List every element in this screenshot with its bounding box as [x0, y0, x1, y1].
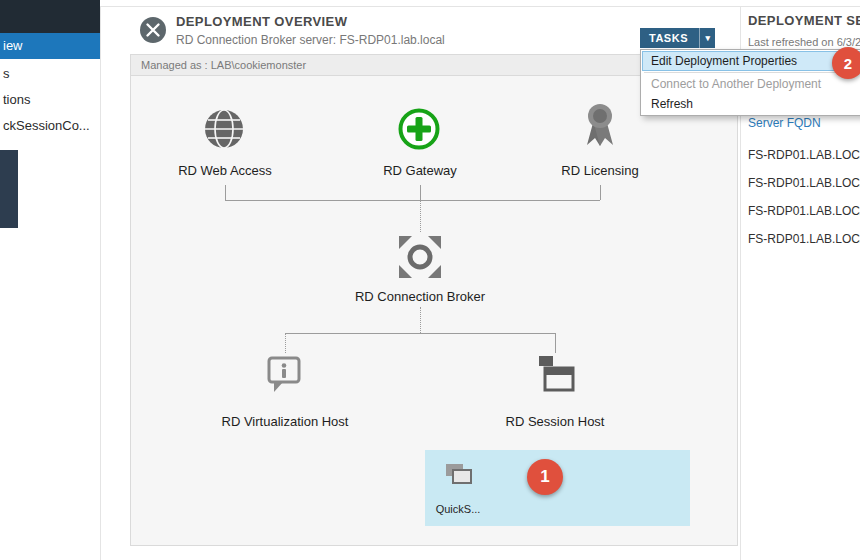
connector-line [225, 200, 600, 201]
rd-session-host-icon[interactable] [532, 351, 578, 397]
rd-web-access-label: RD Web Access [150, 163, 300, 178]
rd-licensing-label: RD Licensing [525, 163, 675, 178]
rd-connection-broker-label: RD Connection Broker [320, 289, 520, 304]
server-row[interactable]: FS-RDP01.LAB.LOCAL [748, 176, 860, 190]
server-row[interactable]: FS-RDP01.LAB.LOCAL [748, 148, 860, 162]
connector-line [225, 185, 226, 200]
rd-licensing-icon[interactable] [578, 101, 622, 151]
deployment-servers-title: DEPLOYMENT SERVERS [748, 13, 860, 28]
menu-item-connect-to-another-deployment: Connect to Another Deployment [642, 74, 860, 94]
panel-left-divider [100, 6, 101, 560]
tasks-button[interactable]: TASKS ▾ [640, 28, 715, 48]
connector-line [555, 333, 556, 353]
menu-separator [644, 72, 860, 73]
menu-item-refresh[interactable]: Refresh [642, 94, 860, 114]
rd-connection-broker-icon[interactable] [395, 232, 445, 282]
rd-virtualization-host-icon[interactable] [263, 353, 305, 395]
server-row[interactable]: FS-RDP01.LAB.LOCAL [748, 232, 860, 246]
chevron-down-icon: ▾ [699, 28, 715, 48]
connector-line [285, 333, 555, 334]
connector-line [600, 185, 601, 200]
rd-virtualization-host-label: RD Virtualization Host [185, 414, 385, 429]
tasks-dropdown-menu: Edit Deployment Properties Connect to An… [640, 49, 860, 116]
sidebar-item-overview[interactable]: iew [0, 33, 100, 59]
rd-gateway-label: RD Gateway [345, 163, 495, 178]
sidebar-item-quicksessioncollection[interactable]: ckSessionCo... [0, 113, 100, 138]
menu-item-edit-deployment-properties[interactable]: Edit Deployment Properties [642, 51, 860, 71]
sidebar-item-collections[interactable]: tions [0, 87, 100, 112]
server-row[interactable]: FS-RDP01.LAB.LOCAL [748, 204, 860, 218]
rds-deployment-overview-window: iew s tions ckSessionCo... DEPLOYMENT OV… [0, 0, 860, 560]
nav-edge-strip [0, 150, 18, 228]
last-refreshed-text: Last refreshed on 6/3/2016 [748, 36, 860, 48]
connector-line [420, 185, 421, 200]
sidebar-item-servers[interactable]: s [0, 61, 100, 86]
tasks-button-label: TASKS [640, 32, 699, 44]
annotation-badge-2: 2 [832, 47, 860, 79]
annotation-badge-1: 1 [527, 459, 563, 495]
rd-session-host-label: RD Session Host [475, 414, 635, 429]
connector-line-dotted [420, 200, 421, 232]
connector-line-dotted [420, 307, 421, 333]
page-title: DEPLOYMENT OVERVIEW [176, 14, 347, 29]
panel-top-divider [100, 6, 860, 7]
nav-header-block [0, 0, 100, 33]
rd-gateway-add-icon[interactable] [396, 106, 442, 152]
session-collection-icon [443, 461, 475, 489]
deployment-overview-icon [139, 16, 167, 44]
session-collection-label: QuickS... [426, 503, 490, 515]
page-subtitle: RD Connection Broker server: FS-RDP01.la… [176, 33, 445, 47]
column-header-server-fqdn[interactable]: Server FQDN [748, 116, 821, 130]
rd-web-access-icon[interactable] [201, 106, 247, 152]
connector-line-dotted [285, 333, 286, 353]
